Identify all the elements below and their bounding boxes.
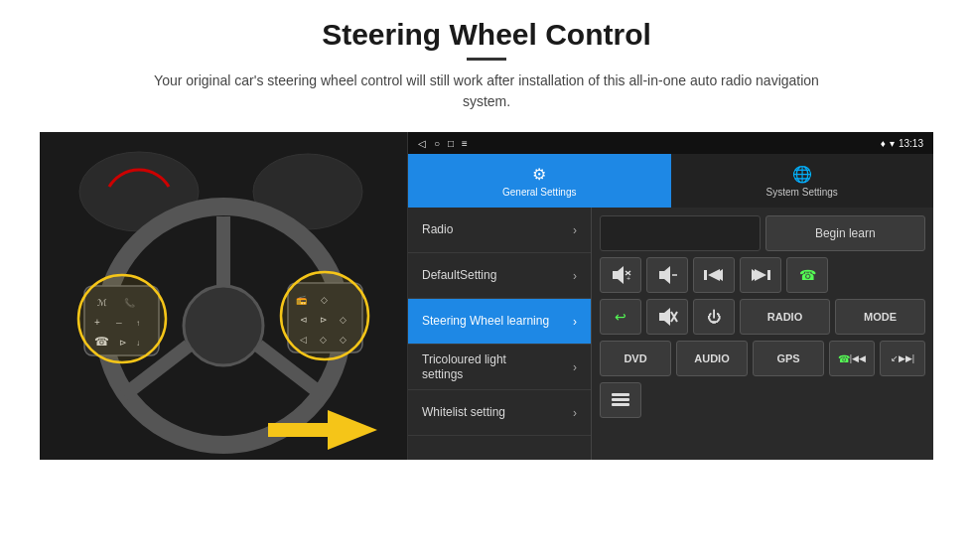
main-content: Radio › DefaultSetting › Steering Wheel … [408, 208, 933, 460]
steering-bg: ℳ 📞 + ─ ↑ ☎ ⊳ ↓ 📻 ◇ ⊲ ⊳ ◇ ◁ [40, 132, 407, 460]
menu-list: Radio › DefaultSetting › Steering Wheel … [408, 208, 592, 460]
page-container: Steering Wheel Control Your original car… [0, 0, 973, 560]
svg-marker-30 [613, 266, 624, 284]
chevron-icon-tricoloured: › [573, 360, 577, 374]
svg-point-26 [78, 275, 166, 362]
list-button[interactable] [600, 382, 641, 418]
menu-whitelist-label: Whitelist setting [422, 405, 573, 419]
content-row: ℳ 📞 + ─ ↑ ☎ ⊳ ↓ 📻 ◇ ⊲ ⊳ ◇ ◁ [40, 132, 933, 460]
menu-steering-label: Steering Wheel learning [422, 314, 573, 328]
steering-wheel-svg: ℳ 📞 + ─ ↑ ☎ ⊳ ↓ 📻 ◇ ⊲ ⊳ ◇ ◁ [40, 132, 407, 460]
answer-button[interactable]: ↩ [600, 299, 641, 335]
status-right: ♦ ▾ 13:13 [881, 138, 923, 149]
chevron-icon-steering: › [573, 315, 577, 329]
title-divider [467, 58, 506, 61]
dvd-button[interactable]: DVD [600, 341, 671, 376]
status-left: ◁ ○ □ ≡ [418, 138, 468, 149]
vol-down-button[interactable] [646, 257, 688, 293]
chevron-icon-whitelist: › [573, 406, 577, 420]
svg-rect-36 [704, 270, 707, 280]
menu-item-default-setting[interactable]: DefaultSetting › [408, 253, 591, 299]
title-section: Steering Wheel Control Your original car… [139, 18, 834, 124]
vol-up-button[interactable]: + [600, 257, 641, 293]
svg-rect-47 [612, 403, 629, 406]
next-track-button[interactable] [740, 257, 781, 293]
svg-rect-39 [767, 270, 770, 280]
back-nav-icon[interactable]: ◁ [418, 138, 426, 149]
recents-nav-icon[interactable]: □ [448, 138, 454, 149]
svg-rect-46 [612, 398, 629, 401]
svg-marker-34 [659, 266, 670, 284]
home-nav-icon[interactable]: ○ [434, 138, 440, 149]
page-subtitle: Your original car's steering wheel contr… [139, 70, 834, 112]
svg-rect-29 [268, 423, 333, 437]
tab-system-label: System Settings [766, 187, 838, 198]
mute-button[interactable] [646, 299, 688, 335]
wifi-icon: ▾ [890, 138, 895, 149]
chevron-icon-default: › [573, 269, 577, 283]
control-row-3: ↩ ⏻ RADIO MODE [600, 299, 925, 335]
svg-point-4 [184, 286, 263, 365]
steering-wheel-image: ℳ 📞 + ─ ↑ ☎ ⊳ ↓ 📻 ◇ ⊲ ⊳ ◇ ◁ [40, 132, 407, 460]
tab-general-settings[interactable]: ⚙ General Settings [408, 154, 671, 208]
menu-nav-icon[interactable]: ≡ [462, 138, 468, 149]
control-row-2: + ☎ [600, 257, 925, 293]
menu-tricoloured-label: Tricoloured lightsettings [422, 352, 573, 381]
tab-bar: ⚙ General Settings 🌐 System Settings [408, 154, 933, 208]
radio-button[interactable]: RADIO [740, 299, 830, 335]
tab-system-settings[interactable]: 🌐 System Settings [671, 154, 934, 208]
chevron-icon-radio: › [573, 223, 577, 237]
empty-slot-1 [600, 215, 761, 251]
svg-text:+: + [626, 275, 630, 282]
gps-button[interactable]: GPS [753, 341, 824, 376]
audio-button[interactable]: AUDIO [676, 341, 748, 376]
prev-track-button[interactable] [693, 257, 735, 293]
control-row-5 [600, 382, 925, 418]
control-panel: Begin learn + [592, 208, 933, 460]
location-icon: ♦ [881, 138, 886, 149]
menu-radio-label: Radio [422, 222, 573, 236]
control-row-4: DVD AUDIO GPS ☎|◀◀ ↙▶▶| [600, 341, 925, 376]
skip-next-button[interactable]: ↙▶▶| [880, 341, 925, 376]
tab-general-label: General Settings [502, 187, 577, 198]
menu-item-radio[interactable]: Radio › [408, 208, 591, 253]
svg-point-27 [281, 272, 368, 359]
time-display: 13:13 [899, 138, 923, 149]
phone-button[interactable]: ☎ [786, 257, 828, 293]
menu-item-whitelist[interactable]: Whitelist setting › [408, 390, 591, 436]
phone-prev-button[interactable]: ☎|◀◀ [829, 341, 875, 376]
begin-learn-button[interactable]: Begin learn [765, 215, 926, 251]
svg-marker-42 [659, 308, 670, 326]
general-settings-icon: ⚙ [532, 165, 546, 184]
control-row-1: Begin learn [600, 215, 925, 251]
page-title: Steering Wheel Control [139, 18, 834, 52]
status-bar: ◁ ○ □ ≡ ♦ ▾ 13:13 [408, 132, 933, 154]
menu-default-label: DefaultSetting [422, 268, 573, 282]
android-ui: ◁ ○ □ ≡ ♦ ▾ 13:13 ⚙ General Settings [407, 132, 933, 460]
system-settings-icon: 🌐 [792, 165, 812, 184]
menu-item-steering-wheel[interactable]: Steering Wheel learning › [408, 299, 591, 345]
mode-button[interactable]: MODE [835, 299, 925, 335]
svg-rect-45 [612, 393, 629, 396]
menu-item-tricoloured[interactable]: Tricoloured lightsettings › [408, 345, 591, 390]
power-button[interactable]: ⏻ [693, 299, 735, 335]
